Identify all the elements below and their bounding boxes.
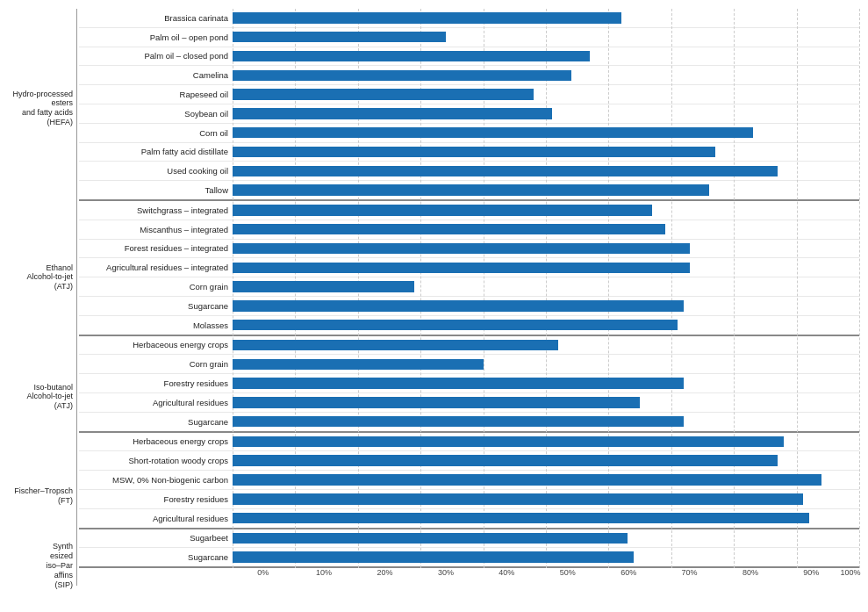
bar-label: Herbaceous energy crops <box>79 340 233 349</box>
bar <box>233 12 621 23</box>
chart-row: Switchgrass – integrated <box>79 201 859 220</box>
chart-row: Agricultural residues <box>79 393 859 413</box>
bar-track <box>233 9 859 27</box>
bar-track <box>233 471 859 489</box>
bar-track <box>233 355 859 373</box>
bar <box>233 224 665 234</box>
bar <box>233 533 628 544</box>
bar-track <box>233 240 859 258</box>
bar-label: Corn grain <box>79 282 233 292</box>
bar-label: Brassica carinata <box>79 13 233 23</box>
bar <box>233 397 640 407</box>
group-label: Fischer–Tropsch(FT) <box>9 446 77 545</box>
bar <box>233 89 534 99</box>
chart-row: Forestry residues <box>79 490 859 509</box>
chart-row: Palm oil – closed pond <box>79 47 859 67</box>
bar-track <box>233 258 859 277</box>
chart-row: Agricultural residues – integrated <box>79 258 859 277</box>
bar-label: Sugarcane <box>79 417 233 427</box>
bar <box>233 455 778 465</box>
bar-label: Rapeseed oil <box>79 90 233 99</box>
x-tick: 80% <box>720 568 780 586</box>
bar-label: Forestry residues <box>79 494 233 504</box>
chart-row: Sugarcane <box>79 297 859 316</box>
bar-label: Forestry residues <box>79 378 233 388</box>
chart-row: Corn grain <box>79 277 859 297</box>
group-labels: Hydro-processed estersand fatty acids(HE… <box>9 9 79 586</box>
bar <box>233 320 678 330</box>
chart-row: Palm oil – open pond <box>79 28 859 47</box>
bar <box>233 551 634 562</box>
x-tick: 30% <box>415 568 476 586</box>
chart-row: Molasses <box>79 316 859 336</box>
bar <box>233 378 684 388</box>
bar-label: Camelina <box>79 70 233 80</box>
chart-row: Sugarcane <box>79 548 859 568</box>
bar-label: Forest residues – integrated <box>79 243 233 253</box>
bar-track <box>233 162 859 180</box>
bar <box>233 147 715 157</box>
chart-row: Brassica carinata <box>79 9 859 28</box>
bar-label: Tallow <box>79 185 233 195</box>
bar-track <box>233 336 859 355</box>
x-tick: 50% <box>537 568 598 586</box>
bar-track <box>233 47 859 66</box>
bar-label: Agricultural residues <box>79 398 233 407</box>
chart-row: Sugarcane <box>79 413 859 433</box>
bar-track <box>233 297 859 315</box>
bar-track <box>233 509 859 528</box>
bar <box>233 436 784 447</box>
x-tick: 10% <box>293 568 354 586</box>
group-label: Hydro-processed estersand fatty acids(HE… <box>9 9 77 208</box>
chart-container: Hydro-processed estersand fatty acids(HE… <box>0 0 868 612</box>
bar <box>233 166 778 176</box>
bar-label: Sugarcane <box>79 301 233 311</box>
chart-row: Corn oil <box>79 124 859 143</box>
bar-track <box>233 277 859 296</box>
bar-track <box>233 316 859 335</box>
bar-label: Palm oil – closed pond <box>79 51 233 61</box>
bar-label: Palm oil – open pond <box>79 32 233 42</box>
bar-label: Sugarbeet <box>79 533 233 543</box>
bar <box>233 281 414 292</box>
bar-track <box>233 28 859 47</box>
bar-track <box>233 548 859 566</box>
bar-label: Switchgrass – integrated <box>79 205 233 215</box>
group-label: Synthesizediso–Paraffins(SIP) <box>9 546 77 586</box>
x-tick: 70% <box>659 568 720 586</box>
x-tick: 0% <box>233 568 293 586</box>
chart-row: Soybean oil <box>79 104 859 124</box>
bar-track <box>233 220 859 239</box>
chart-row: Agricultural residues <box>79 509 859 529</box>
bar-label: Palm fatty acid distillate <box>79 147 233 156</box>
chart-row: Camelina <box>79 66 859 85</box>
group-label: EthanolAlcohol-to-jet(ATJ) <box>9 208 77 348</box>
chart-row: Used cooking oil <box>79 162 859 181</box>
bar <box>233 205 652 215</box>
bar-label: Miscanthus – integrated <box>79 225 233 234</box>
chart-row: Forestry residues <box>79 374 859 393</box>
x-tick: 40% <box>477 568 537 586</box>
chart-row: Herbaceous energy crops <box>79 336 859 356</box>
chart-row: Miscanthus – integrated <box>79 220 859 240</box>
bar <box>233 184 709 195</box>
bar <box>233 108 552 119</box>
bar-track <box>233 433 859 451</box>
bars-section: Brassica carinataPalm oil – open pondPal… <box>79 9 859 568</box>
bar <box>233 300 684 311</box>
bar-track <box>233 413 859 431</box>
chart-row: MSW, 0% Non-biogenic carbon <box>79 471 859 490</box>
bar-track <box>233 490 859 508</box>
chart-area: Brassica carinataPalm oil – open pondPal… <box>79 9 859 586</box>
bar-label: Corn grain <box>79 359 233 369</box>
bar-track <box>233 66 859 84</box>
bar <box>233 70 571 81</box>
bar <box>233 263 690 273</box>
grid-line <box>859 9 860 568</box>
bar-track <box>233 124 859 142</box>
bar-label: Short-rotation woody crops <box>79 456 233 465</box>
bar-label: Agricultural residues – integrated <box>79 263 233 272</box>
bar <box>233 340 558 350</box>
chart-row: Tallow <box>79 181 859 201</box>
bar <box>233 493 803 504</box>
